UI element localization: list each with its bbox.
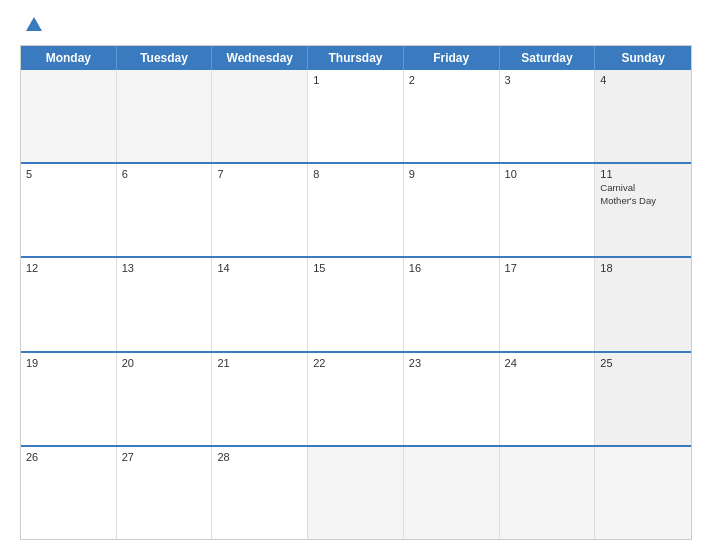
day-cell: 28 — [212, 447, 308, 539]
logo — [20, 15, 44, 35]
day-cell: 8 — [308, 164, 404, 256]
day-header-tuesday: Tuesday — [117, 46, 213, 70]
day-cell: 22 — [308, 353, 404, 445]
week-row-1: 1234 — [21, 70, 691, 162]
weeks-container: 1234567891011CarnivalMother's Day1213141… — [21, 70, 691, 539]
day-number: 2 — [409, 74, 494, 86]
day-cell: 12 — [21, 258, 117, 350]
day-cell — [117, 70, 213, 162]
day-cell — [595, 447, 691, 539]
day-headers-row: MondayTuesdayWednesdayThursdayFridaySatu… — [21, 46, 691, 70]
day-cell — [21, 70, 117, 162]
day-number: 4 — [600, 74, 686, 86]
calendar-page: MondayTuesdayWednesdayThursdayFridaySatu… — [0, 0, 712, 550]
week-row-2: 567891011CarnivalMother's Day — [21, 162, 691, 256]
day-cell: 20 — [117, 353, 213, 445]
day-number: 18 — [600, 262, 686, 274]
day-number: 11 — [600, 168, 686, 180]
day-cell: 14 — [212, 258, 308, 350]
day-number: 12 — [26, 262, 111, 274]
day-number: 16 — [409, 262, 494, 274]
calendar-event: Carnival — [600, 182, 686, 194]
day-number: 9 — [409, 168, 494, 180]
day-cell: 17 — [500, 258, 596, 350]
day-header-sunday: Sunday — [595, 46, 691, 70]
day-cell: 3 — [500, 70, 596, 162]
day-header-saturday: Saturday — [500, 46, 596, 70]
day-number: 15 — [313, 262, 398, 274]
day-cell: 10 — [500, 164, 596, 256]
day-cell: 15 — [308, 258, 404, 350]
day-number: 28 — [217, 451, 302, 463]
day-number: 7 — [217, 168, 302, 180]
day-cell: 13 — [117, 258, 213, 350]
logo-icon — [24, 15, 44, 35]
calendar-event: Mother's Day — [600, 195, 686, 207]
day-number: 22 — [313, 357, 398, 369]
day-cell: 6 — [117, 164, 213, 256]
day-cell: 27 — [117, 447, 213, 539]
day-number: 6 — [122, 168, 207, 180]
day-header-thursday: Thursday — [308, 46, 404, 70]
day-header-monday: Monday — [21, 46, 117, 70]
day-number: 24 — [505, 357, 590, 369]
day-header-wednesday: Wednesday — [212, 46, 308, 70]
week-row-3: 12131415161718 — [21, 256, 691, 350]
day-cell: 2 — [404, 70, 500, 162]
day-number: 8 — [313, 168, 398, 180]
day-header-friday: Friday — [404, 46, 500, 70]
day-cell: 7 — [212, 164, 308, 256]
day-cell — [500, 447, 596, 539]
svg-marker-0 — [26, 17, 42, 31]
week-row-4: 19202122232425 — [21, 351, 691, 445]
day-cell: 1 — [308, 70, 404, 162]
day-number: 5 — [26, 168, 111, 180]
day-number: 25 — [600, 357, 686, 369]
week-row-5: 262728 — [21, 445, 691, 539]
day-cell — [308, 447, 404, 539]
day-number: 17 — [505, 262, 590, 274]
day-number: 21 — [217, 357, 302, 369]
day-cell: 26 — [21, 447, 117, 539]
calendar-grid: MondayTuesdayWednesdayThursdayFridaySatu… — [20, 45, 692, 540]
day-cell: 25 — [595, 353, 691, 445]
day-number: 20 — [122, 357, 207, 369]
day-cell: 18 — [595, 258, 691, 350]
day-cell: 11CarnivalMother's Day — [595, 164, 691, 256]
day-cell: 23 — [404, 353, 500, 445]
day-number: 26 — [26, 451, 111, 463]
day-number: 19 — [26, 357, 111, 369]
day-cell: 21 — [212, 353, 308, 445]
day-cell: 4 — [595, 70, 691, 162]
day-number: 1 — [313, 74, 398, 86]
day-cell: 5 — [21, 164, 117, 256]
day-cell — [404, 447, 500, 539]
day-number: 3 — [505, 74, 590, 86]
day-number: 23 — [409, 357, 494, 369]
day-cell: 16 — [404, 258, 500, 350]
day-number: 10 — [505, 168, 590, 180]
day-cell — [212, 70, 308, 162]
day-cell: 19 — [21, 353, 117, 445]
day-cell: 24 — [500, 353, 596, 445]
day-number: 14 — [217, 262, 302, 274]
calendar-header — [20, 15, 692, 35]
day-number: 13 — [122, 262, 207, 274]
day-cell: 9 — [404, 164, 500, 256]
day-number: 27 — [122, 451, 207, 463]
